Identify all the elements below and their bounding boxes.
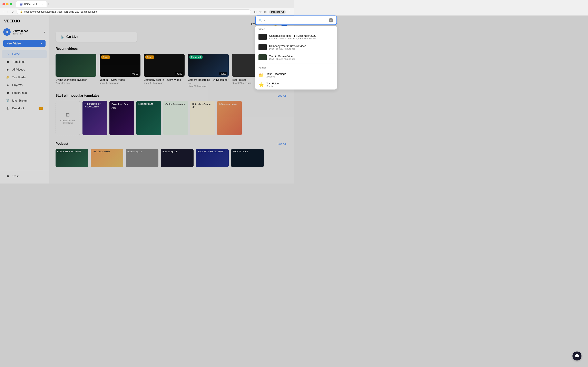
search-bar: 🔍 × bbox=[255, 16, 294, 25]
tab-label: Home - VEED bbox=[24, 3, 39, 6]
video-section-label: Video bbox=[255, 26, 294, 32]
folder-meta-1: Empty bbox=[267, 85, 294, 87]
search-result-title-0: Camera Recording - 14 December 2022 bbox=[269, 34, 294, 37]
folder-icon-0: 📁 bbox=[259, 73, 264, 78]
search-result-title-1: Company Year in Review Video bbox=[269, 44, 294, 48]
url-text: veed.io/workspaces/22ce6d2f-38c5-4df1-a8… bbox=[24, 10, 98, 13]
search-folder-1[interactable]: ⭐ Test Folder Empty ⋮ bbox=[255, 80, 294, 90]
folder-section-label: Folder bbox=[255, 64, 294, 70]
search-result-thumb-0 bbox=[259, 34, 267, 40]
cast-icon[interactable]: ⊟ bbox=[254, 10, 257, 13]
search-result-0[interactable]: Camera Recording - 14 December 2022 Expo… bbox=[255, 32, 294, 42]
search-result-thumb-2 bbox=[259, 54, 267, 60]
folder-meta-0: 2 videos bbox=[267, 75, 294, 78]
bookmark-icon[interactable]: ☆ bbox=[259, 10, 262, 13]
search-container: 🔍 × Video Camera Recording - 14 December… bbox=[255, 16, 294, 90]
browser-chrome: V Home - VEED × + bbox=[0, 0, 294, 8]
nav-icons: ⊟ ☆ ⊞ Incognito A2 ⋮ bbox=[254, 10, 292, 14]
search-divider bbox=[255, 63, 294, 63]
traffic-lights bbox=[2, 3, 12, 5]
refresh-btn[interactable]: ⟳ bbox=[11, 9, 15, 14]
search-result-meta-1: Draft • about 17 hours ago bbox=[269, 48, 294, 50]
browser-nav: ‹ › ⟳ 🔒 veed.io/workspaces/22ce6d2f-38c5… bbox=[0, 8, 294, 16]
search-icon: 🔍 bbox=[259, 18, 262, 22]
search-dropdown: Video Camera Recording - 14 December 202… bbox=[255, 26, 294, 90]
search-result-info-2: Year in Review Video Draft • about 17 ho… bbox=[269, 55, 294, 60]
extensions-icon[interactable]: ⊞ bbox=[264, 10, 267, 13]
search-result-1[interactable]: Company Year in Review Video Draft • abo… bbox=[255, 42, 294, 52]
tab-close-btn[interactable]: × bbox=[42, 3, 43, 5]
search-result-title-2: Year in Review Video bbox=[269, 55, 294, 58]
folder-info-1: Test Folder Empty bbox=[267, 82, 294, 87]
tab-bar: V Home - VEED × + bbox=[16, 1, 292, 7]
incognito-btn[interactable]: Incognito A2 bbox=[269, 10, 286, 14]
maximize-window-btn[interactable] bbox=[10, 3, 12, 5]
search-result-meta-2: Draft • about 17 hours ago bbox=[269, 58, 294, 60]
lock-icon: 🔒 bbox=[20, 10, 23, 13]
search-result-2[interactable]: Year in Review Video Draft • about 17 ho… bbox=[255, 52, 294, 62]
folder-star-icon-1: ⭐ bbox=[259, 82, 264, 87]
active-tab[interactable]: V Home - VEED × bbox=[16, 1, 47, 7]
address-bar[interactable]: 🔒 veed.io/workspaces/22ce6d2f-38c5-4df1-… bbox=[17, 9, 251, 14]
search-folder-0[interactable]: 📁 Your Recordings 2 videos bbox=[255, 70, 294, 80]
incognito-label: Incognito bbox=[271, 11, 280, 13]
search-overlay: 🔍 × Video Camera Recording - 14 December… bbox=[0, 16, 294, 184]
folder-info-0: Your Recordings 2 videos bbox=[267, 72, 294, 78]
incognito-avatar: A2 bbox=[281, 11, 284, 13]
close-window-btn[interactable] bbox=[2, 3, 5, 5]
search-result-info-1: Company Year in Review Video Draft • abo… bbox=[269, 44, 294, 50]
new-tab-btn[interactable]: + bbox=[48, 2, 50, 6]
folder-name-0: Your Recordings bbox=[267, 72, 294, 75]
tab-favicon: V bbox=[20, 3, 22, 6]
more-options-btn[interactable]: ⋮ bbox=[288, 10, 292, 14]
search-result-info-0: Camera Recording - 14 December 2022 Expo… bbox=[269, 34, 294, 40]
search-result-thumb-1 bbox=[259, 44, 267, 50]
minimize-window-btn[interactable] bbox=[6, 3, 9, 5]
search-input[interactable] bbox=[264, 18, 294, 22]
forward-btn[interactable]: › bbox=[7, 9, 9, 14]
folder-name-1: Test Folder bbox=[267, 82, 294, 85]
search-result-meta-0: Exported • about 19 hours ago • In Your … bbox=[269, 37, 294, 40]
back-btn[interactable]: ‹ bbox=[2, 9, 5, 14]
